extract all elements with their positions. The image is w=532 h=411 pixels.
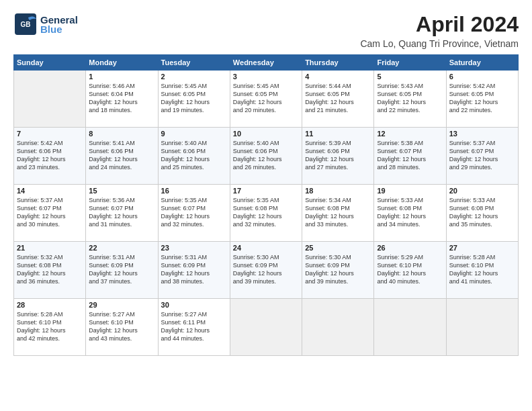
cell-content: Sunrise: 5:42 AM Sunset: 6:05 PM Dayligh… (449, 82, 515, 115)
day-number: 15 (89, 187, 154, 195)
cell-content: Sunrise: 5:27 AM Sunset: 6:11 PM Dayligh… (161, 310, 227, 343)
day-number: 20 (449, 187, 515, 195)
day-number: 28 (17, 301, 83, 309)
cell-content: Sunrise: 5:29 AM Sunset: 6:10 PM Dayligh… (377, 253, 443, 286)
day-number: 25 (305, 244, 371, 252)
cell-content: Sunrise: 5:45 AM Sunset: 6:05 PM Dayligh… (233, 82, 299, 115)
week-row-3: 14Sunrise: 5:37 AM Sunset: 6:07 PM Dayli… (14, 185, 519, 242)
calendar-cell: 12Sunrise: 5:38 AM Sunset: 6:07 PM Dayli… (374, 128, 446, 185)
cell-content: Sunrise: 5:27 AM Sunset: 6:10 PM Dayligh… (89, 310, 154, 343)
week-row-5: 28Sunrise: 5:28 AM Sunset: 6:10 PM Dayli… (14, 299, 519, 356)
cell-content: Sunrise: 5:42 AM Sunset: 6:06 PM Dayligh… (17, 139, 83, 172)
calendar-cell: 15Sunrise: 5:36 AM Sunset: 6:07 PM Dayli… (86, 185, 158, 242)
cell-content: Sunrise: 5:35 AM Sunset: 6:08 PM Dayligh… (233, 196, 299, 229)
calendar-cell: 28Sunrise: 5:28 AM Sunset: 6:10 PM Dayli… (14, 299, 86, 356)
cell-content: Sunrise: 5:30 AM Sunset: 6:09 PM Dayligh… (305, 253, 371, 286)
calendar-cell: 16Sunrise: 5:35 AM Sunset: 6:07 PM Dayli… (158, 185, 230, 242)
cell-content: Sunrise: 5:43 AM Sunset: 6:05 PM Dayligh… (377, 82, 443, 115)
calendar-cell: 5Sunrise: 5:43 AM Sunset: 6:05 PM Daylig… (374, 71, 446, 128)
week-row-2: 7Sunrise: 5:42 AM Sunset: 6:06 PM Daylig… (14, 128, 519, 185)
calendar-cell: 19Sunrise: 5:33 AM Sunset: 6:08 PM Dayli… (374, 185, 446, 242)
day-number: 17 (233, 187, 299, 195)
day-number: 26 (377, 244, 443, 252)
cell-content: Sunrise: 5:33 AM Sunset: 6:08 PM Dayligh… (377, 196, 443, 229)
cell-content: Sunrise: 5:40 AM Sunset: 6:06 PM Dayligh… (233, 139, 299, 172)
calendar-cell: 9Sunrise: 5:40 AM Sunset: 6:06 PM Daylig… (158, 128, 230, 185)
cell-content: Sunrise: 5:45 AM Sunset: 6:05 PM Dayligh… (161, 82, 227, 115)
calendar-cell: 23Sunrise: 5:31 AM Sunset: 6:09 PM Dayli… (158, 242, 230, 299)
day-number: 30 (161, 301, 227, 309)
day-number: 6 (449, 73, 515, 81)
day-number: 14 (17, 187, 83, 195)
cell-content: Sunrise: 5:37 AM Sunset: 6:07 PM Dayligh… (449, 139, 515, 172)
calendar-cell: 27Sunrise: 5:28 AM Sunset: 6:10 PM Dayli… (446, 242, 518, 299)
cell-content: Sunrise: 5:30 AM Sunset: 6:09 PM Dayligh… (233, 253, 299, 286)
day-number: 29 (89, 301, 154, 309)
weekday-header-friday: Friday (374, 55, 446, 71)
calendar-cell: 26Sunrise: 5:29 AM Sunset: 6:10 PM Dayli… (374, 242, 446, 299)
calendar-cell: 25Sunrise: 5:30 AM Sunset: 6:09 PM Dayli… (302, 242, 374, 299)
day-number: 27 (449, 244, 515, 252)
day-number: 8 (89, 130, 154, 138)
calendar-cell: 20Sunrise: 5:33 AM Sunset: 6:08 PM Dayli… (446, 185, 518, 242)
cell-content: Sunrise: 5:35 AM Sunset: 6:07 PM Dayligh… (161, 196, 227, 229)
main-title: April 2024 (360, 12, 519, 37)
calendar-cell: 1Sunrise: 5:46 AM Sunset: 6:04 PM Daylig… (86, 71, 158, 128)
calendar-cell: 18Sunrise: 5:34 AM Sunset: 6:08 PM Dayli… (302, 185, 374, 242)
calendar-cell (14, 71, 86, 128)
day-number: 24 (233, 244, 299, 252)
calendar-cell (302, 299, 374, 356)
calendar-cell: 24Sunrise: 5:30 AM Sunset: 6:09 PM Dayli… (230, 242, 302, 299)
calendar-cell (446, 299, 518, 356)
cell-content: Sunrise: 5:40 AM Sunset: 6:06 PM Dayligh… (161, 139, 227, 172)
weekday-header-saturday: Saturday (446, 55, 518, 71)
day-number: 12 (377, 130, 443, 138)
title-block: April 2024 Cam Lo, Quang Tri Province, V… (360, 12, 519, 49)
day-number: 22 (89, 244, 154, 252)
weekday-header-monday: Monday (86, 55, 158, 71)
day-number: 23 (161, 244, 227, 252)
header: GB General Blue April 2024 Cam Lo, Quang… (13, 12, 519, 49)
day-number: 4 (305, 73, 371, 81)
calendar-cell: 7Sunrise: 5:42 AM Sunset: 6:06 PM Daylig… (14, 128, 86, 185)
cell-content: Sunrise: 5:34 AM Sunset: 6:08 PM Dayligh… (305, 196, 371, 229)
weekday-header-thursday: Thursday (302, 55, 374, 71)
cell-content: Sunrise: 5:41 AM Sunset: 6:06 PM Dayligh… (89, 139, 154, 172)
calendar-cell: 8Sunrise: 5:41 AM Sunset: 6:06 PM Daylig… (86, 128, 158, 185)
svg-text:GB: GB (21, 21, 31, 28)
calendar-cell: 11Sunrise: 5:39 AM Sunset: 6:06 PM Dayli… (302, 128, 374, 185)
cell-content: Sunrise: 5:32 AM Sunset: 6:08 PM Dayligh… (17, 253, 83, 286)
calendar-cell: 22Sunrise: 5:31 AM Sunset: 6:09 PM Dayli… (86, 242, 158, 299)
calendar-cell: 30Sunrise: 5:27 AM Sunset: 6:11 PM Dayli… (158, 299, 230, 356)
calendar-cell: 3Sunrise: 5:45 AM Sunset: 6:05 PM Daylig… (230, 71, 302, 128)
day-number: 2 (161, 73, 227, 81)
week-row-4: 21Sunrise: 5:32 AM Sunset: 6:08 PM Dayli… (14, 242, 519, 299)
calendar-cell: 6Sunrise: 5:42 AM Sunset: 6:05 PM Daylig… (446, 71, 518, 128)
cell-content: Sunrise: 5:38 AM Sunset: 6:07 PM Dayligh… (377, 139, 443, 172)
day-number: 16 (161, 187, 227, 195)
day-number: 3 (233, 73, 299, 81)
calendar-cell (374, 299, 446, 356)
calendar-cell: 14Sunrise: 5:37 AM Sunset: 6:07 PM Dayli… (14, 185, 86, 242)
day-number: 19 (377, 187, 443, 195)
week-row-1: 1Sunrise: 5:46 AM Sunset: 6:04 PM Daylig… (14, 71, 519, 128)
day-number: 5 (377, 73, 443, 81)
day-number: 1 (89, 73, 154, 81)
day-number: 21 (17, 244, 83, 252)
weekday-header-row: SundayMondayTuesdayWednesdayThursdayFrid… (14, 55, 519, 71)
cell-content: Sunrise: 5:46 AM Sunset: 6:04 PM Dayligh… (89, 82, 154, 115)
calendar-cell: 2Sunrise: 5:45 AM Sunset: 6:05 PM Daylig… (158, 71, 230, 128)
calendar-cell: 10Sunrise: 5:40 AM Sunset: 6:06 PM Dayli… (230, 128, 302, 185)
calendar-cell: 17Sunrise: 5:35 AM Sunset: 6:08 PM Dayli… (230, 185, 302, 242)
subtitle: Cam Lo, Quang Tri Province, Vietnam (360, 38, 519, 49)
calendar-table: SundayMondayTuesdayWednesdayThursdayFrid… (13, 54, 519, 356)
logo: GB General Blue (13, 12, 78, 36)
day-number: 7 (17, 130, 83, 138)
weekday-header-wednesday: Wednesday (230, 55, 302, 71)
calendar-cell: 13Sunrise: 5:37 AM Sunset: 6:07 PM Dayli… (446, 128, 518, 185)
calendar-cell: 4Sunrise: 5:44 AM Sunset: 6:05 PM Daylig… (302, 71, 374, 128)
cell-content: Sunrise: 5:37 AM Sunset: 6:07 PM Dayligh… (17, 196, 83, 229)
day-number: 11 (305, 130, 371, 138)
page-container: GB General Blue April 2024 Cam Lo, Quang… (0, 0, 532, 363)
day-number: 13 (449, 130, 515, 138)
